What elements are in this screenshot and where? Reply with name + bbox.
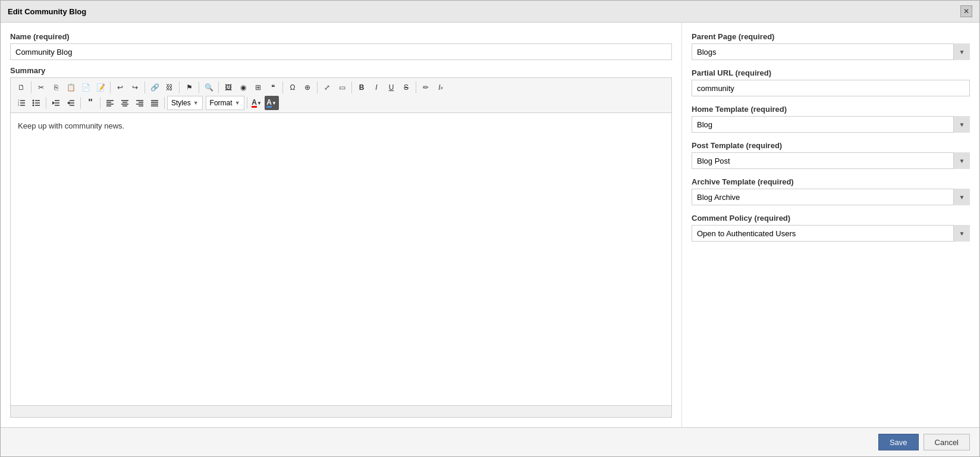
name-input[interactable] xyxy=(10,43,672,60)
editor-text: Keep up with community news. xyxy=(18,120,664,132)
svg-marker-12 xyxy=(52,101,55,105)
cancel-button[interactable]: Cancel xyxy=(924,434,970,450)
partial-url-label: Partial URL (required) xyxy=(692,68,970,77)
strikethrough-btn[interactable]: S xyxy=(399,80,413,95)
dialog-title: Edit Community Blog xyxy=(8,7,86,16)
link-btn[interactable]: 🔗 xyxy=(147,80,162,95)
separator-3 xyxy=(145,82,145,93)
table-btn[interactable]: ⊞ xyxy=(251,80,265,95)
show-blocks-btn[interactable]: ▭ xyxy=(335,80,349,95)
font-color-arrow-icon: ▼ xyxy=(257,101,262,106)
separator-10 xyxy=(416,82,416,93)
name-field-group: Name (required) xyxy=(10,32,672,60)
svg-text:3: 3 xyxy=(18,104,20,107)
editor-content-area[interactable]: Keep up with community news. xyxy=(11,113,671,405)
bold-btn[interactable]: B xyxy=(354,80,369,95)
separator-6 xyxy=(218,82,219,93)
summary-label: Summary xyxy=(10,66,672,75)
redo-btn[interactable]: ↪ xyxy=(128,80,142,95)
styles-label: Styles xyxy=(171,99,191,107)
post-template-select-wrapper: Blog Post ▼ xyxy=(692,152,970,169)
unordered-list-btn[interactable] xyxy=(29,96,43,110)
right-panel: Parent Page (required) Blogs ▼ Partial U… xyxy=(682,23,979,427)
left-panel: Name (required) Summary 🗋 ✂ ⎘ 📋 xyxy=(1,23,682,427)
name-label: Name (required) xyxy=(10,32,672,41)
separator-8 xyxy=(317,82,318,93)
dialog-title-bar: Edit Community Blog ✕ xyxy=(1,1,979,23)
post-template-field-group: Post Template (required) Blog Post ▼ xyxy=(692,141,970,169)
comment-policy-select[interactable]: Open to Authenticated Users Open to All … xyxy=(692,225,970,242)
styles-dropdown[interactable]: Styles ▼ xyxy=(167,96,203,110)
underline-format-btn[interactable]: U xyxy=(384,80,398,95)
fullscreen-btn[interactable]: ⤢ xyxy=(320,80,334,95)
indent-less-btn[interactable] xyxy=(49,96,63,110)
clear-format-btn[interactable]: Ix xyxy=(434,80,448,95)
image-btn[interactable]: 🖼 xyxy=(221,80,235,95)
separator-5 xyxy=(199,82,199,93)
format-label: Format xyxy=(210,99,233,107)
font-color-btn[interactable]: A ▼ xyxy=(250,96,264,110)
separator-7 xyxy=(282,82,283,93)
post-template-select[interactable]: Blog Post xyxy=(692,152,970,169)
blockquote-btn[interactable]: " xyxy=(83,96,98,110)
separator-15 xyxy=(247,97,247,109)
cut-btn[interactable]: ✂ xyxy=(34,80,48,95)
source-btn[interactable]: ◉ xyxy=(236,80,250,95)
parent-page-select[interactable]: Blogs xyxy=(692,43,970,60)
separator-9 xyxy=(351,82,352,93)
separator-13 xyxy=(100,97,100,109)
format-dropdown[interactable]: Format ▼ xyxy=(206,96,244,110)
close-button[interactable]: ✕ xyxy=(960,5,972,17)
archive-template-select[interactable]: Blog Archive xyxy=(692,189,970,205)
archive-template-field-group: Archive Template (required) Blog Archive… xyxy=(692,177,970,205)
anchor-btn[interactable]: ⚑ xyxy=(182,80,196,95)
bg-color-arrow-icon: ▼ xyxy=(272,101,277,106)
home-template-field-group: Home Template (required) Blog ▼ xyxy=(692,105,970,133)
partial-url-field-group: Partial URL (required) xyxy=(692,68,970,96)
align-justify-btn[interactable] xyxy=(147,96,162,110)
align-left-btn[interactable] xyxy=(103,96,117,110)
align-right-btn[interactable] xyxy=(133,96,147,110)
svg-point-8 xyxy=(33,105,34,107)
separator-14 xyxy=(164,97,165,109)
find-btn[interactable]: 🔍 xyxy=(202,80,216,95)
italic-btn[interactable]: I xyxy=(369,80,384,95)
paste-text-btn[interactable]: 📄 xyxy=(78,80,93,95)
home-template-label: Home Template (required) xyxy=(692,105,970,114)
archive-template-label: Archive Template (required) xyxy=(692,177,970,186)
subscript-btn[interactable]: ✏ xyxy=(419,80,433,95)
svg-marker-16 xyxy=(67,101,70,105)
paste-word-btn[interactable]: 📝 xyxy=(93,80,108,95)
archive-template-select-wrapper: Blog Archive ▼ xyxy=(692,189,970,205)
separator-2 xyxy=(110,82,111,93)
comment-policy-field-group: Comment Policy (required) Open to Authen… xyxy=(692,214,970,242)
edit-community-blog-dialog: Edit Community Blog ✕ Name (required) Su… xyxy=(0,0,980,457)
align-center-btn[interactable] xyxy=(118,96,132,110)
toolbar-row-2: 123 xyxy=(14,96,668,110)
quote-icon-btn[interactable]: ❝ xyxy=(266,80,280,95)
copy-btn[interactable]: ⎘ xyxy=(49,80,63,95)
unlink-btn[interactable]: ⛓ xyxy=(162,80,177,95)
save-button[interactable]: Save xyxy=(878,434,919,450)
special-char-btn[interactable]: Ω xyxy=(285,80,300,95)
partial-url-input[interactable] xyxy=(692,80,970,96)
iframe-btn[interactable]: ⊕ xyxy=(300,80,315,95)
parent-page-field-group: Parent Page (required) Blogs ▼ xyxy=(692,32,970,60)
ordered-list-btn[interactable]: 123 xyxy=(14,96,29,110)
toolbar-row-1: 🗋 ✂ ⎘ 📋 📄 📝 ↩ ↪ 🔗 ⛓ xyxy=(14,80,668,95)
svg-point-7 xyxy=(33,102,34,104)
editor-footer xyxy=(11,405,671,417)
paste-btn[interactable]: 📋 xyxy=(64,80,78,95)
dialog-body: Name (required) Summary 🗋 ✂ ⎘ 📋 xyxy=(1,23,979,427)
svg-point-6 xyxy=(33,100,34,102)
comment-policy-select-wrapper: Open to Authenticated Users Open to All … xyxy=(692,225,970,242)
editor-toolbar: 🗋 ✂ ⎘ 📋 📄 📝 ↩ ↪ 🔗 ⛓ xyxy=(11,78,671,113)
bg-color-btn[interactable]: A ▼ xyxy=(265,96,279,110)
post-template-label: Post Template (required) xyxy=(692,141,970,150)
home-template-select[interactable]: Blog xyxy=(692,116,970,133)
dialog-footer: Save Cancel xyxy=(1,427,979,456)
undo-btn[interactable]: ↩ xyxy=(113,80,127,95)
editor-container: 🗋 ✂ ⎘ 📋 📄 📝 ↩ ↪ 🔗 ⛓ xyxy=(10,77,672,418)
indent-more-btn[interactable] xyxy=(64,96,78,110)
new-doc-btn[interactable]: 🗋 xyxy=(14,80,29,95)
